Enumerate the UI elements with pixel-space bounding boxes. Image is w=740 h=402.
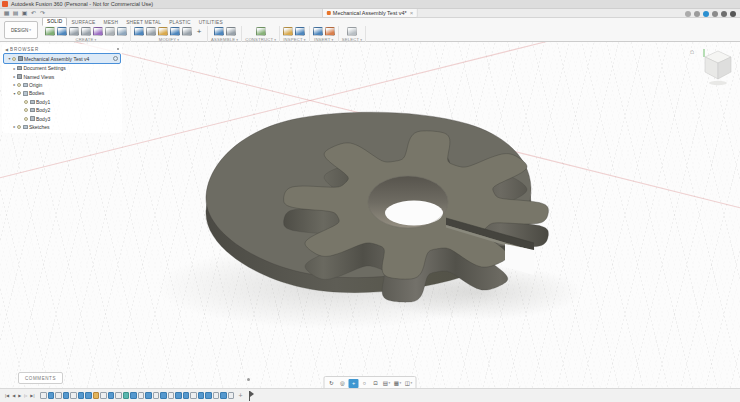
visibility-bulb-icon[interactable] bbox=[17, 125, 21, 129]
orbit-icon[interactable]: ↻ bbox=[327, 379, 337, 388]
browser-item-named-views[interactable]: ▸Named Views bbox=[2, 72, 122, 80]
timeline-feature-3[interactable] bbox=[55, 392, 62, 399]
press-pull-icon[interactable] bbox=[134, 27, 144, 36]
root-activate-icon[interactable] bbox=[113, 56, 118, 61]
data-panel-icon[interactable]: ▦ bbox=[2, 9, 11, 17]
timeline-feature-20[interactable] bbox=[183, 392, 190, 399]
timeline-feature-21[interactable] bbox=[190, 392, 197, 399]
timeline-feature-5[interactable] bbox=[70, 392, 77, 399]
panel-menu-icon[interactable] bbox=[117, 48, 120, 51]
browser-item-document-settings[interactable]: ▸Document Settings bbox=[2, 64, 122, 72]
go-to-start-icon[interactable]: |◀ bbox=[4, 393, 10, 398]
visibility-bulb-icon[interactable] bbox=[24, 100, 28, 104]
tab-close-icon[interactable]: × bbox=[410, 10, 414, 16]
viewports-icon[interactable]: ◫▾ bbox=[404, 379, 414, 388]
step-back-icon[interactable]: ◀ bbox=[11, 393, 16, 398]
go-to-end-icon[interactable]: ▶| bbox=[29, 393, 35, 398]
timeline-feature-1[interactable] bbox=[40, 392, 47, 399]
timeline-feature-13[interactable] bbox=[130, 392, 137, 399]
timeline-feature-19[interactable] bbox=[175, 392, 182, 399]
timeline-position-marker[interactable] bbox=[249, 391, 251, 401]
timeline-feature-10[interactable] bbox=[108, 392, 115, 399]
avatar-icon[interactable] bbox=[730, 11, 736, 17]
visibility-bulb-icon[interactable] bbox=[12, 57, 16, 61]
fillet-icon[interactable] bbox=[146, 27, 156, 36]
combine-icon[interactable] bbox=[170, 27, 180, 36]
grid-and-snaps-icon[interactable]: ▦▾ bbox=[393, 379, 403, 388]
save-icon[interactable]: ▣ bbox=[20, 9, 29, 17]
home-icon[interactable]: ⌂ bbox=[690, 48, 694, 55]
timeline-feature-23[interactable] bbox=[205, 392, 212, 399]
viewport-canvas[interactable]: ⌂ ◀ BROWSER ▾Mechanical Assembly Test v4… bbox=[0, 42, 740, 388]
fit-icon[interactable]: ⊡ bbox=[371, 379, 381, 388]
sweep-icon[interactable] bbox=[81, 27, 91, 36]
timeline-feature-15[interactable] bbox=[145, 392, 152, 399]
timeline-feature-22[interactable] bbox=[198, 392, 205, 399]
browser-item-bodies[interactable]: ▾Bodies bbox=[2, 89, 122, 97]
joint-icon[interactable] bbox=[226, 27, 236, 36]
decal-icon[interactable] bbox=[325, 27, 335, 36]
ribbon-tab-sheet-metal[interactable]: SHEET METAL bbox=[122, 19, 165, 26]
browser-item-origin[interactable]: ▸Origin bbox=[2, 81, 122, 89]
workspace-switcher[interactable]: DESIGN ▾ bbox=[4, 21, 38, 39]
display-settings-icon[interactable]: ▤▾ bbox=[382, 379, 392, 388]
extrude-icon[interactable] bbox=[57, 27, 67, 36]
visibility-bulb-icon[interactable] bbox=[24, 108, 28, 112]
timeline-feature-12[interactable] bbox=[123, 392, 130, 399]
browser-item-mechanical-assembly-test-v4[interactable]: ▾Mechanical Assembly Test v4 bbox=[3, 53, 121, 64]
revolve-icon[interactable] bbox=[69, 27, 79, 36]
zoom-icon[interactable]: ○ bbox=[360, 379, 370, 388]
undo-icon[interactable]: ↶ bbox=[29, 9, 38, 17]
browser-item-sketches[interactable]: ▸Sketches bbox=[2, 123, 122, 131]
file-menu-icon[interactable]: ▤ bbox=[11, 9, 20, 17]
hole-icon[interactable] bbox=[105, 27, 115, 36]
notifications-icon[interactable] bbox=[703, 11, 709, 17]
timeline-feature-7[interactable] bbox=[85, 392, 92, 399]
redo-icon[interactable]: ↷ bbox=[38, 9, 47, 17]
primitive-box-icon[interactable] bbox=[117, 27, 127, 36]
browser-item-body1[interactable]: Body1 bbox=[2, 98, 122, 106]
play-icon[interactable]: ▶ bbox=[17, 393, 22, 398]
viewcube-cube[interactable] bbox=[688, 46, 738, 90]
timeline-feature-17[interactable] bbox=[160, 392, 167, 399]
ribbon-tab-solid[interactable]: SOLID bbox=[42, 17, 67, 26]
ribbon-tab-surface[interactable]: SURFACE bbox=[67, 19, 99, 26]
ribbon-tab-utilities[interactable]: UTILITIES bbox=[195, 19, 227, 26]
timeline-feature-18[interactable] bbox=[168, 392, 175, 399]
document-tab[interactable]: Mechanical Assembly Test v4* × bbox=[322, 9, 418, 18]
ribbon-tab-plastic[interactable]: PLASTIC bbox=[165, 19, 194, 26]
step-forward-icon[interactable]: ▷ bbox=[23, 393, 28, 398]
timeline-feature-25[interactable] bbox=[220, 392, 227, 399]
insert-derive-icon[interactable] bbox=[313, 27, 323, 36]
form-icon[interactable] bbox=[93, 27, 103, 36]
timeline-feature-24[interactable] bbox=[213, 392, 220, 399]
visibility-bulb-icon[interactable] bbox=[17, 91, 21, 95]
timeline-feature-9[interactable] bbox=[100, 392, 107, 399]
construction-plane-icon[interactable] bbox=[256, 27, 266, 36]
viewcube[interactable]: ⌂ bbox=[688, 46, 738, 90]
timeline-feature-16[interactable] bbox=[153, 392, 160, 399]
timeline-feature-11[interactable] bbox=[115, 392, 122, 399]
pan-icon[interactable]: + bbox=[349, 379, 359, 388]
timeline-feature-8[interactable] bbox=[93, 392, 100, 399]
preferences-icon[interactable] bbox=[721, 11, 727, 17]
timeline-feature-14[interactable] bbox=[138, 392, 145, 399]
create-sketch-icon[interactable] bbox=[45, 27, 55, 36]
visibility-bulb-icon[interactable] bbox=[24, 117, 28, 121]
timeline-feature-2[interactable] bbox=[48, 392, 55, 399]
timeline-feature-26[interactable] bbox=[228, 392, 235, 399]
job-status-icon[interactable] bbox=[685, 11, 691, 17]
select-icon[interactable] bbox=[347, 27, 357, 36]
timeline-feature-4[interactable] bbox=[63, 392, 70, 399]
section-analysis-icon[interactable] bbox=[295, 27, 305, 36]
visibility-bulb-icon[interactable] bbox=[17, 83, 21, 87]
browser-item-body2[interactable]: Body2 bbox=[2, 106, 122, 114]
timeline-add-icon[interactable]: + bbox=[238, 392, 242, 400]
extensions-icon[interactable] bbox=[694, 11, 700, 17]
browser-item-body3[interactable]: Body3 bbox=[2, 114, 122, 122]
move-copy-icon[interactable]: + bbox=[194, 27, 204, 36]
shell-icon[interactable] bbox=[158, 27, 168, 36]
look-at-icon[interactable]: ◎ bbox=[338, 379, 348, 388]
offset-face-icon[interactable] bbox=[182, 27, 192, 36]
new-component-icon[interactable] bbox=[214, 27, 224, 36]
